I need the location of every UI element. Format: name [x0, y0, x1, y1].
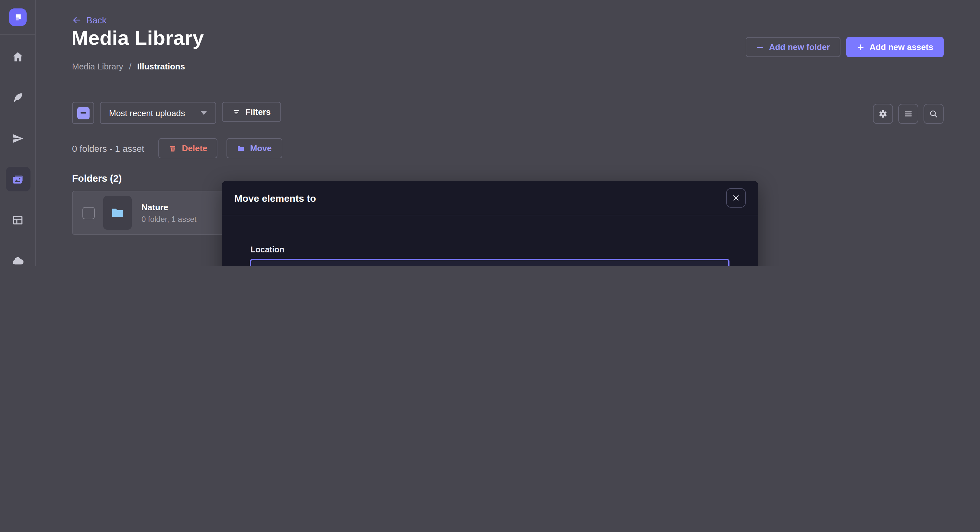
modal-close-button close-icon[interactable]	[726, 188, 746, 208]
move-elements-modal: Move elements to Location Illustrations …	[222, 181, 758, 266]
modal-layer: Move elements to Location Illustrations …	[0, 0, 980, 266]
location-select[interactable]: Illustrations	[250, 259, 729, 266]
modal-header: Move elements to	[222, 181, 758, 215]
app-root: KD Back Media Library Media Library / Il…	[0, 0, 980, 266]
modal-title: Move elements to	[234, 192, 316, 203]
location-label: Location	[251, 245, 284, 254]
